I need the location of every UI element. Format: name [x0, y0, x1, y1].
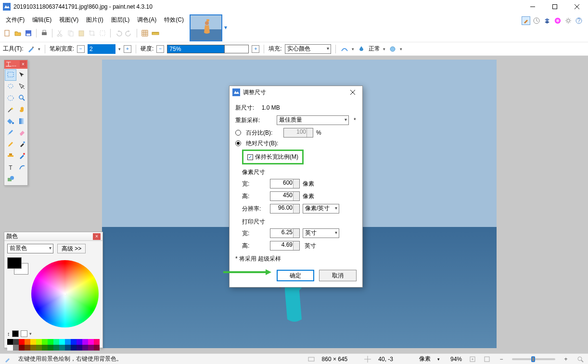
- menu-edit[interactable]: 编辑(E): [28, 14, 55, 25]
- fg-color-swatch[interactable]: [7, 257, 22, 269]
- antialias-icon[interactable]: [340, 45, 349, 53]
- absolute-radio[interactable]: [235, 140, 241, 146]
- tool-zoom[interactable]: [16, 92, 28, 104]
- palette-swatch[interactable]: [36, 345, 42, 351]
- hardness-slider[interactable]: 75%: [167, 45, 249, 53]
- undo-icon[interactable]: [114, 29, 123, 38]
- mini-black[interactable]: [12, 330, 19, 337]
- ok-button[interactable]: 确定: [277, 270, 314, 281]
- cancel-button[interactable]: 取消: [319, 270, 357, 281]
- history-window-icon[interactable]: [532, 16, 541, 25]
- zoom-fit-icon[interactable]: [469, 355, 476, 363]
- palette-swatch[interactable]: [13, 345, 19, 351]
- image-thumbnail[interactable]: [190, 14, 222, 41]
- res-input[interactable]: 96.00▴▾: [270, 204, 300, 213]
- palette-swatch[interactable]: [36, 339, 42, 345]
- palette-swatch[interactable]: [82, 339, 88, 345]
- maintain-aspect-checkbox[interactable]: [247, 154, 253, 160]
- palette-swatch[interactable]: [88, 339, 94, 345]
- palette-swatch[interactable]: [65, 339, 71, 345]
- tool-eraser[interactable]: [16, 127, 28, 138]
- tool-text[interactable]: T: [5, 162, 16, 173]
- percent-radio[interactable]: [235, 130, 241, 136]
- palette-swatch[interactable]: [53, 345, 59, 351]
- tool-ellipse-select[interactable]: [5, 92, 16, 104]
- selection-mode-icon[interactable]: [388, 45, 397, 53]
- color-wheel[interactable]: [31, 260, 99, 327]
- zoom-in-icon[interactable]: +: [562, 355, 570, 363]
- res-unit-dropdown[interactable]: 像素/英寸: [303, 204, 339, 213]
- brush-width-dd-icon[interactable]: ▾: [118, 47, 121, 51]
- tools-window-icon[interactable]: [522, 16, 530, 25]
- palette-swatch[interactable]: [48, 339, 53, 345]
- menu-layer[interactable]: 图层(L): [107, 14, 134, 25]
- menu-file[interactable]: 文件(F): [2, 14, 28, 25]
- palette-swatch[interactable]: [25, 339, 30, 345]
- selmode-dd-icon[interactable]: ▾: [400, 47, 402, 51]
- color-swatches[interactable]: [7, 257, 28, 275]
- colors-window[interactable]: 颜色 × 前景色 高级 >> ↕ ▾: [4, 232, 103, 348]
- resample-dropdown[interactable]: 最佳质量: [277, 115, 349, 125]
- blend-icon[interactable]: [357, 45, 366, 53]
- crop-icon[interactable]: [88, 29, 96, 38]
- palette-swatch[interactable]: [7, 339, 13, 345]
- colors-window-icon[interactable]: [553, 16, 562, 25]
- tool-move[interactable]: [16, 69, 28, 81]
- print-icon[interactable]: [40, 29, 49, 38]
- hardness-plus[interactable]: +: [252, 45, 259, 53]
- palette-swatch[interactable]: [71, 345, 77, 351]
- palette-swatch[interactable]: [82, 345, 88, 351]
- palette-swatch[interactable]: [77, 339, 82, 345]
- brush-width-input[interactable]: [88, 44, 115, 54]
- status-unit-dd-icon[interactable]: ▾: [437, 357, 440, 362]
- brush-width-plus[interactable]: +: [124, 45, 131, 53]
- tool-lasso[interactable]: [5, 81, 16, 92]
- tool-gradient[interactable]: [16, 115, 28, 127]
- deselect-icon[interactable]: [98, 29, 107, 38]
- active-tool-icon[interactable]: [26, 45, 35, 53]
- help-icon[interactable]: ?: [575, 16, 583, 25]
- grid-icon[interactable]: [141, 29, 149, 38]
- fill-dropdown[interactable]: 实心颜色: [285, 44, 331, 54]
- mini-white[interactable]: [21, 330, 27, 337]
- save-icon[interactable]: [24, 29, 33, 38]
- new-icon[interactable]: [3, 29, 12, 38]
- px-width-input[interactable]: 600▴▾: [270, 179, 300, 188]
- ruler-icon[interactable]: [151, 29, 160, 38]
- tools-window-close[interactable]: ×: [20, 61, 26, 67]
- colors-window-title[interactable]: 颜色 ×: [4, 232, 102, 241]
- print-width-input[interactable]: 6.25▴▾: [270, 228, 300, 238]
- aa-dd-icon[interactable]: ▾: [352, 47, 354, 51]
- palette-swatch[interactable]: [30, 339, 36, 345]
- print-height-input[interactable]: 4.69▴▾: [270, 241, 300, 251]
- thumbnail-chevron-icon[interactable]: ▾: [224, 24, 227, 31]
- tool-pencil[interactable]: [5, 138, 16, 150]
- palette-swatch[interactable]: [19, 339, 25, 345]
- blend-dd-icon[interactable]: ▾: [383, 47, 385, 51]
- mini-dd-icon[interactable]: ▾: [29, 331, 32, 336]
- zoom-slider[interactable]: [512, 358, 555, 360]
- redo-icon[interactable]: [125, 29, 133, 38]
- paste-icon[interactable]: [77, 29, 86, 38]
- close-button[interactable]: [566, 0, 588, 13]
- palette-swatch[interactable]: [53, 339, 59, 345]
- px-height-input[interactable]: 450▴▾: [270, 191, 300, 201]
- tool-magic-wand[interactable]: [5, 104, 16, 115]
- open-icon[interactable]: [13, 29, 22, 38]
- minimize-button[interactable]: [522, 0, 544, 13]
- tool-recolor[interactable]: [16, 150, 28, 162]
- palette-swatch[interactable]: [71, 339, 77, 345]
- hardness-minus[interactable]: −: [156, 45, 164, 53]
- palette-swatch[interactable]: [42, 345, 48, 351]
- tool-line[interactable]: [16, 162, 28, 173]
- tool-color-picker[interactable]: [16, 138, 28, 150]
- palette-swatch[interactable]: [65, 345, 71, 351]
- palette-swatch[interactable]: [42, 339, 48, 345]
- tool-fill[interactable]: [5, 115, 16, 127]
- palette-swatch[interactable]: [30, 345, 36, 351]
- palette-swatch[interactable]: [7, 345, 13, 351]
- tool-dropdown-icon[interactable]: ▾: [38, 47, 40, 51]
- cut-icon[interactable]: [56, 29, 64, 38]
- palette-swatch[interactable]: [88, 345, 94, 351]
- layers-window-icon[interactable]: [543, 16, 551, 25]
